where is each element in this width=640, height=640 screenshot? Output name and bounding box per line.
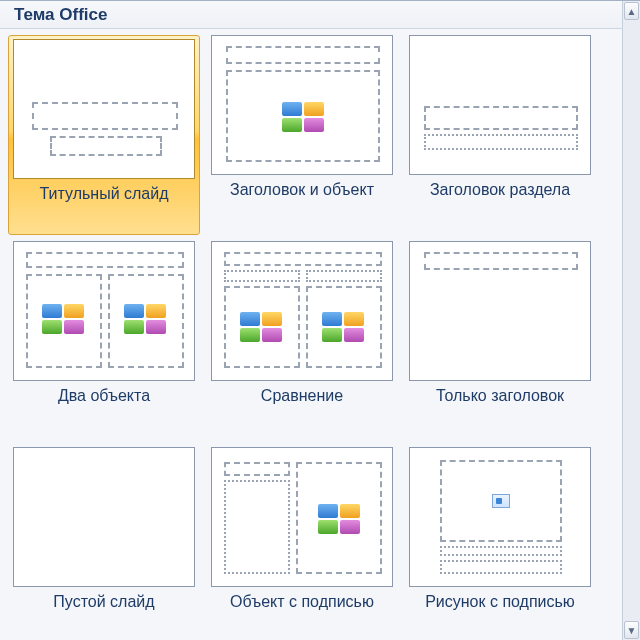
content-placeholder-icon [322, 312, 364, 342]
content-placeholder-icon [282, 102, 324, 132]
slide-layout-gallery-panel: Тема Office ▲ ▼ Титульный слайд [0, 0, 640, 640]
layout-title-and-content[interactable]: Заголовок и объект [206, 35, 398, 235]
layout-thumbnail [13, 447, 195, 587]
layout-thumbnail [409, 35, 591, 175]
layout-caption: Сравнение [261, 387, 343, 405]
layout-caption: Заголовок раздела [430, 181, 570, 199]
layout-caption: Пустой слайд [53, 593, 154, 611]
layout-section-header[interactable]: Заголовок раздела [404, 35, 596, 235]
layout-picture-with-caption[interactable]: Рисунок с подписью [404, 447, 596, 640]
picture-placeholder-icon [492, 494, 510, 508]
chevron-up-icon: ▲ [627, 6, 637, 17]
layout-thumbnail [13, 39, 195, 179]
layout-thumbnail [13, 241, 195, 381]
layout-caption: Объект с подписью [230, 593, 374, 611]
layout-gallery: Титульный слайд Заголовок и объект Загол… [8, 31, 618, 640]
layout-content-with-caption[interactable]: Объект с подписью [206, 447, 398, 640]
layout-thumbnail [409, 241, 591, 381]
content-placeholder-icon [318, 504, 360, 534]
layout-title-only[interactable]: Только заголовок [404, 241, 596, 441]
layout-caption: Только заголовок [436, 387, 564, 405]
layout-title-slide[interactable]: Титульный слайд [8, 35, 200, 235]
layout-blank[interactable]: Пустой слайд [8, 447, 200, 640]
scroll-down-button[interactable]: ▼ [624, 621, 639, 639]
layout-thumbnail [211, 35, 393, 175]
layout-caption: Титульный слайд [39, 185, 168, 203]
gallery-section-title: Тема Office [14, 5, 107, 24]
layout-caption: Заголовок и объект [230, 181, 374, 199]
layout-comparison[interactable]: Сравнение [206, 241, 398, 441]
layout-caption: Рисунок с подписью [425, 593, 575, 611]
layout-thumbnail [211, 241, 393, 381]
scrollbar[interactable]: ▲ ▼ [622, 1, 640, 640]
content-placeholder-icon [124, 304, 166, 334]
layout-thumbnail [409, 447, 591, 587]
layout-caption: Два объекта [58, 387, 150, 405]
layout-two-content[interactable]: Два объекта [8, 241, 200, 441]
scroll-up-button[interactable]: ▲ [624, 2, 639, 20]
layout-thumbnail [211, 447, 393, 587]
content-placeholder-icon [42, 304, 84, 334]
gallery-section-header: Тема Office [0, 1, 640, 29]
content-placeholder-icon [240, 312, 282, 342]
chevron-down-icon: ▼ [627, 625, 637, 636]
